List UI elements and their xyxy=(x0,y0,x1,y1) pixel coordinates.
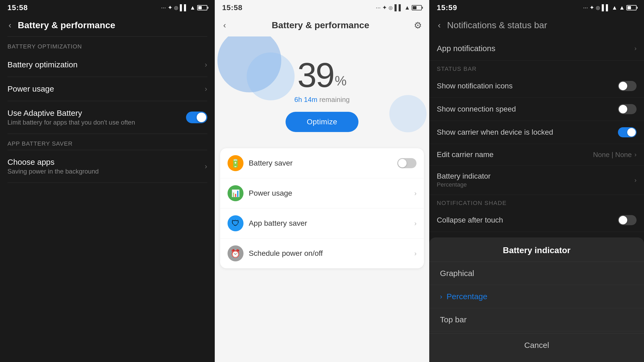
top-nav-2: ‹ Battery & performance ⚙ xyxy=(215,15,430,36)
app-notifications-label: App notifications xyxy=(437,44,495,53)
list-item-battery-optimization[interactable]: Battery optimization › xyxy=(0,53,215,77)
section-header-status-bar: STATUS BAR xyxy=(429,61,644,75)
bluetooth-icon: ✦ xyxy=(168,4,172,11)
row-collapse-after-touch[interactable]: Collapse after touch xyxy=(429,209,644,232)
signal-bars-icon-2: ▌▌ xyxy=(394,4,403,11)
row-show-notif-icons[interactable]: Show notification icons xyxy=(429,75,644,98)
show-carrier-locked-title: Show carrier when device is locked xyxy=(437,128,618,137)
bubble-2 xyxy=(247,52,295,100)
show-notif-icons-toggle[interactable] xyxy=(618,81,637,91)
list-item-adaptive-battery[interactable]: Use Adaptive Battery Limit battery for a… xyxy=(0,101,215,134)
chevron-schedule: › xyxy=(414,249,417,258)
sheet-cancel-button[interactable]: Cancel xyxy=(429,334,644,357)
location-icon-2: ◎ xyxy=(389,5,393,11)
chevron-power-usage-2: › xyxy=(414,189,417,198)
status-bar-1: 15:58 ··· ✦ ◎ ▌▌ ▲ xyxy=(0,0,215,15)
row-battery-indicator[interactable]: Battery indicator Percentage › xyxy=(429,166,644,195)
bottom-item-app-saver[interactable]: 🛡 App battery saver › xyxy=(220,208,424,238)
chevron-choose-apps: › xyxy=(205,162,207,171)
page-title-2: Battery & performance xyxy=(272,20,369,30)
chevron-app-saver: › xyxy=(414,219,417,228)
wifi-icon-3: ▲ xyxy=(612,4,617,11)
app-saver-label: App battery saver xyxy=(249,219,409,228)
signal-dots-icon-3: ··· xyxy=(583,4,588,11)
panel-notifications-statusbar: 15:59 ··· ✦ ◎ ▌▌ ▲ ▲ ‹ Notifications & s… xyxy=(429,0,644,362)
choose-apps-label: Choose apps xyxy=(7,158,205,167)
optimize-button[interactable]: Optimize xyxy=(286,112,358,132)
battery-percent-display: 39% xyxy=(297,58,346,92)
sheet-option-percentage[interactable]: › Percentage xyxy=(429,285,644,308)
edit-carrier-name-title: Edit carrier name xyxy=(437,150,593,159)
show-connection-speed-toggle[interactable] xyxy=(618,104,637,114)
signal-bars-icon: ▌▌ xyxy=(180,4,188,11)
battery-saver-toggle[interactable] xyxy=(397,158,416,168)
schedule-label: Schedule power on/off xyxy=(249,249,409,258)
adaptive-battery-subtitle: Limit battery for apps that you don't us… xyxy=(7,119,186,126)
section-header-app-saver: APP BATTERY SAVER xyxy=(0,134,215,150)
adaptive-battery-toggle[interactable] xyxy=(186,112,207,123)
battery-saver-icon: 🔋 xyxy=(228,155,243,171)
back-button-2[interactable]: ‹ xyxy=(222,19,227,31)
signal-bars-icon-3: ▌▌ xyxy=(602,4,610,11)
chevron-edit-carrier: › xyxy=(634,151,637,158)
page-title-3: Notifications & status bar xyxy=(447,20,547,30)
bottom-item-power-usage[interactable]: 📊 Power usage › xyxy=(220,178,424,208)
bluetooth-icon-3: ✦ xyxy=(589,4,594,11)
app-notifications-row[interactable]: App notifications › xyxy=(429,36,644,61)
choose-apps-subtitle: Saving power in the background xyxy=(7,168,205,175)
sheet-option-topbar[interactable]: Top bar xyxy=(429,308,644,331)
status-icons-1: ··· ✦ ◎ ▌▌ ▲ xyxy=(161,4,207,11)
wifi-icon-2: ▲ xyxy=(404,4,410,11)
status-time-3: 15:59 xyxy=(437,3,457,12)
chevron-app-notif: › xyxy=(634,45,637,52)
adaptive-battery-label: Use Adaptive Battery xyxy=(7,109,186,118)
section-header-notif-shade: NOTIFICATION SHADE xyxy=(429,195,644,209)
wifi-icon: ▲ xyxy=(190,4,196,11)
remaining-minutes: 14m xyxy=(304,96,317,104)
battery-indicator-bottom-sheet: Battery indicator Graphical › Percentage… xyxy=(429,237,644,362)
power-usage-label-2: Power usage xyxy=(249,189,409,198)
app-saver-icon: 🛡 xyxy=(228,215,243,231)
row-show-connection-speed[interactable]: Show connection speed xyxy=(429,98,644,121)
chevron-power-usage: › xyxy=(205,85,207,93)
top-nav-3: ‹ Notifications & status bar xyxy=(429,15,644,36)
signal-dots-icon: ··· xyxy=(161,4,166,11)
battery-number: 39 xyxy=(297,56,334,94)
top-nav-1: ‹ Battery & performance xyxy=(0,15,215,36)
location-icon-3: ◎ xyxy=(596,5,600,11)
status-time-2: 15:58 xyxy=(222,3,243,12)
show-carrier-locked-toggle[interactable] xyxy=(618,127,637,137)
row-edit-carrier-name[interactable]: Edit carrier name None | None › xyxy=(429,144,644,166)
back-button-1[interactable]: ‹ xyxy=(7,19,13,31)
graphical-label: Graphical xyxy=(440,269,474,278)
battery-status-icon-1 xyxy=(197,5,207,10)
bottom-item-schedule[interactable]: ⏰ Schedule power on/off › xyxy=(220,238,424,268)
schedule-icon: ⏰ xyxy=(228,245,243,261)
bluetooth-icon-2: ✦ xyxy=(382,4,387,11)
collapse-after-touch-toggle[interactable] xyxy=(618,215,637,225)
battery-indicator-title: Battery indicator xyxy=(437,172,634,180)
edit-carrier-value: None | None xyxy=(593,151,632,159)
battery-optimization-label: Battery optimization xyxy=(7,60,205,69)
chevron-battery-indicator: › xyxy=(634,176,637,184)
remaining-hours: 6h xyxy=(294,96,302,104)
bottom-item-battery-saver[interactable]: 🔋 Battery saver xyxy=(220,148,424,178)
list-item-choose-apps[interactable]: Choose apps Saving power in the backgrou… xyxy=(0,150,215,183)
signal-dots-icon-2: ··· xyxy=(376,4,381,11)
collapse-after-touch-title: Collapse after touch xyxy=(437,216,618,224)
location-icon: ◎ xyxy=(174,5,178,11)
battery-remaining-text: 6h 14m remaining xyxy=(294,96,350,104)
row-show-carrier-locked[interactable]: Show carrier when device is locked xyxy=(429,121,644,144)
selected-chevron-icon: › xyxy=(440,293,442,301)
sheet-option-graphical[interactable]: Graphical xyxy=(429,262,644,285)
list-item-power-usage[interactable]: Power usage › xyxy=(0,77,215,101)
back-button-3[interactable]: ‹ xyxy=(437,19,442,31)
power-usage-icon: 📊 xyxy=(228,185,243,201)
wifi-icon-4: ▲ xyxy=(619,4,625,11)
power-usage-label: Power usage xyxy=(7,84,205,93)
bubble-3 xyxy=(389,95,427,132)
battery-percent-sign: % xyxy=(335,73,346,88)
gear-icon[interactable]: ⚙ xyxy=(414,20,422,31)
battery-indicator-subtitle: Percentage xyxy=(437,181,634,188)
chevron-battery-opt: › xyxy=(205,60,207,69)
